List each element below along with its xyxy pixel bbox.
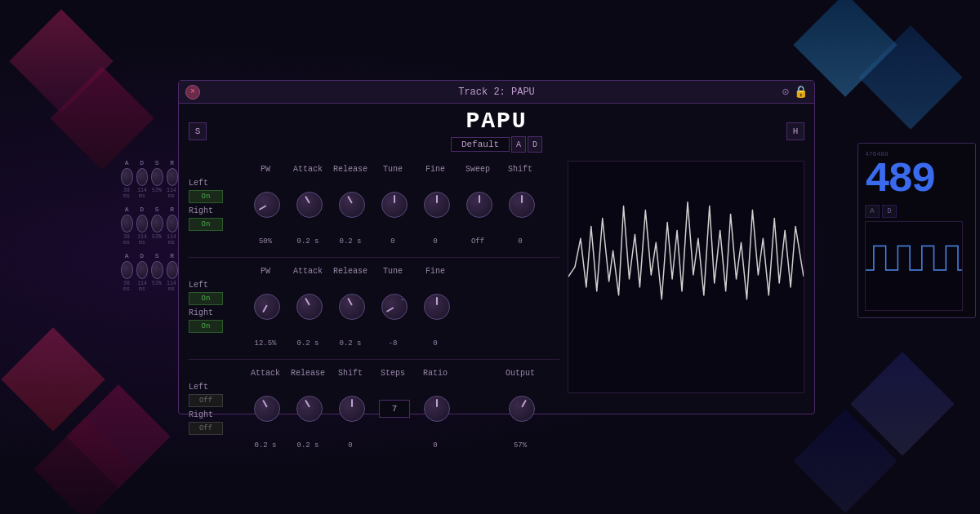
synth-row-2: PW Attack Release Tune Fine Left On Righ… <box>189 263 559 349</box>
adsr-knob-d1[interactable] <box>136 168 149 186</box>
row1-left-btn[interactable]: On <box>189 190 223 203</box>
row1-fine-control[interactable] <box>424 192 450 218</box>
row3-right-btn[interactable]: Off <box>189 422 223 435</box>
row2-pw-value: 12.5% <box>254 339 276 348</box>
row3-left-btn[interactable]: Off <box>189 394 223 407</box>
row1-shift-label: Shift <box>499 161 541 175</box>
preset-name[interactable]: Default <box>451 137 510 152</box>
row3-attack-control[interactable] <box>254 396 280 422</box>
adsr-knob-s1[interactable] <box>151 168 163 186</box>
adsr-knob-r2[interactable] <box>167 215 179 233</box>
row3-lr-btns: Left Off Right Off <box>189 383 246 435</box>
row1-shift-control[interactable] <box>509 192 535 218</box>
row1-sweep-control[interactable] <box>466 192 492 218</box>
adsr-group-3: A D S R 38 ms 114 ms 53% 114 ms <box>121 252 178 292</box>
adsr-vals-2: 38 ms 114 ms 53% 114 ms <box>121 234 178 246</box>
row2-left-btn[interactable]: On <box>189 292 223 305</box>
mini-waveform <box>865 221 963 311</box>
row3-shift-value: 0 <box>348 441 352 450</box>
adsr-header-1: A D S R <box>121 159 178 166</box>
adsr-knob-a1[interactable] <box>121 168 133 186</box>
row1-sweep-knob <box>458 192 501 218</box>
adsr-val-d1: 114 ms <box>136 188 149 199</box>
adsr-group-1: A D S R 38 ms 114 ms 53% 114 ms <box>121 159 178 199</box>
num-panel-d-btn[interactable]: D <box>882 205 897 218</box>
adsr-knob-s2[interactable] <box>151 215 163 233</box>
row2-fine-control[interactable] <box>424 294 450 320</box>
adsr-group-2: A D S R 38 ms 114 ms 53% 114 ms <box>121 206 178 246</box>
row1-tune-value: 0 <box>390 237 394 246</box>
row3-shift-control[interactable] <box>339 396 365 422</box>
mini-waveform-svg <box>866 222 962 310</box>
adsr-label-s3: S <box>151 252 163 259</box>
num-panel-a-btn[interactable]: A <box>865 205 880 218</box>
row2-tune-control[interactable]: – <box>381 294 408 320</box>
controls-area: PW Attack Release Tune Fine Sweep Shift … <box>189 161 804 461</box>
adsr-header-3: A D S R <box>121 252 178 259</box>
adsr-val-d2: 114 ms <box>136 234 149 246</box>
row3-steps-box[interactable]: 7 <box>379 400 410 418</box>
adsr-label-d1: D <box>136 159 149 166</box>
right-number-panel: 476489 489 A D <box>858 143 976 318</box>
row3-output-label: Output <box>506 369 535 378</box>
adsr-knob-s3[interactable] <box>151 261 163 279</box>
adsr-val-s1: 53% <box>152 188 162 199</box>
synth-row-3: Attack Release Shift Steps Ratio Output … <box>189 365 559 451</box>
row1-tune-control[interactable] <box>381 192 408 218</box>
h-button[interactable]: H <box>786 122 804 140</box>
row1-fine-value: 0 <box>433 237 437 246</box>
sep-1 <box>189 257 559 258</box>
row1-pw-control[interactable] <box>254 192 280 218</box>
synth-controls: PW Attack Release Tune Fine Sweep Shift … <box>189 161 559 461</box>
adsr-knob-r3[interactable] <box>167 261 179 279</box>
row2-attack-control[interactable] <box>296 294 323 320</box>
row2-fine-value: 0 <box>433 339 437 348</box>
waveform-svg <box>568 162 804 392</box>
row2-release-control[interactable] <box>339 294 365 320</box>
row2-right-label: Right <box>189 308 246 317</box>
preset-d-button[interactable]: D <box>528 136 542 153</box>
row1-pw-label: PW <box>244 161 287 175</box>
preset-a-button[interactable]: A <box>511 136 526 153</box>
adsr-val-s3: 53% <box>152 281 162 292</box>
row3-attack-value: 0.2 s <box>254 441 276 450</box>
row2-pw-label: PW <box>261 267 270 276</box>
row1-release-control[interactable] <box>339 192 365 218</box>
row1-attack-control[interactable] <box>296 192 323 218</box>
adsr-label-r1: R <box>167 159 179 166</box>
s-button[interactable]: S <box>189 122 207 140</box>
row2-right-btn[interactable]: On <box>189 320 223 333</box>
title-bar: × Track 2: PAPU ⊙ 🔒 <box>179 81 814 104</box>
adsr-knob-a3[interactable] <box>121 261 133 279</box>
lock-icon[interactable]: 🔒 <box>794 85 808 99</box>
row1-lr-btns: Left On Right On <box>189 179 246 231</box>
row3-output-control[interactable] <box>509 396 535 422</box>
adsr-label-d3: D <box>136 252 149 259</box>
row2-attack-value: 0.2 s <box>296 339 318 348</box>
row2-pw-control[interactable] <box>254 294 280 320</box>
row2-release-label: Release <box>333 267 368 276</box>
row1-release-label: Release <box>329 161 372 175</box>
row3-release-control[interactable] <box>296 396 323 422</box>
adsr-knob-r1[interactable] <box>167 168 179 186</box>
row2-attack-label: Attack <box>293 267 323 276</box>
row1-right-btn[interactable]: On <box>189 218 223 231</box>
panel-big-number: 489 <box>865 159 969 202</box>
row1-shift-value: 0 <box>518 237 522 246</box>
row1-attack-label: Attack <box>287 161 329 175</box>
adsr-knob-a2[interactable] <box>121 215 133 233</box>
row1-tune-knob <box>373 192 416 218</box>
adsr-val-a2: 38 ms <box>121 234 132 246</box>
svg-rect-0 <box>568 162 804 392</box>
adsr-val-a3: 38 ms <box>121 281 132 292</box>
row3-release-value: 0.2 s <box>296 441 318 450</box>
adsr-knob-d2[interactable] <box>136 215 149 233</box>
close-button[interactable]: × <box>185 85 200 100</box>
adsr-knob-d3[interactable] <box>136 261 149 279</box>
row1-release-value: 0.2 s <box>339 237 361 246</box>
adsr-label-r2: R <box>167 206 179 213</box>
plugin-logo: PAPU <box>466 110 527 133</box>
row3-ratio-control[interactable] <box>424 396 450 422</box>
camera-icon[interactable]: ⊙ <box>782 85 789 99</box>
row3-release-label: Release <box>291 369 325 378</box>
